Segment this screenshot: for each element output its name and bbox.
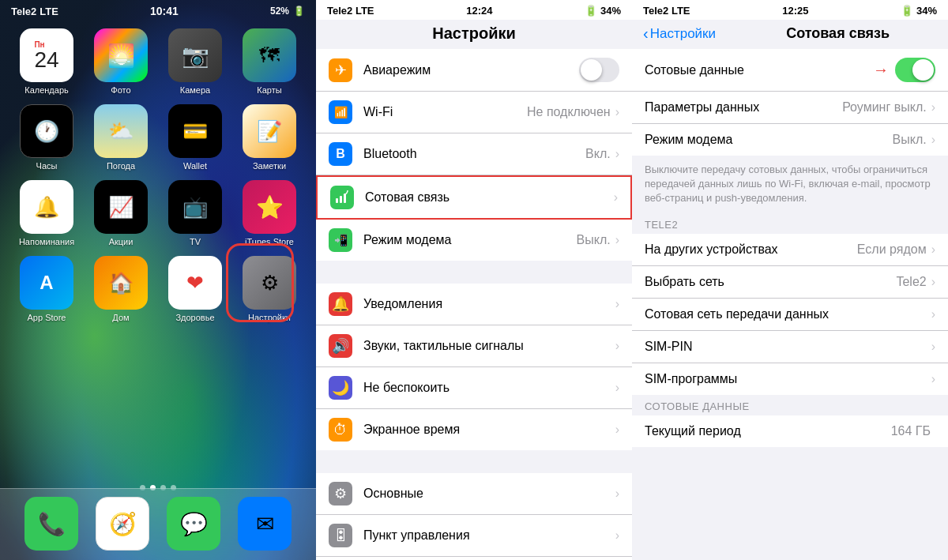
current-period-row[interactable]: Текущий период 164 ГБ <box>632 415 948 447</box>
cellular-label: Сотовая связь <box>365 190 614 205</box>
app-health[interactable]: ❤ Здоровье <box>163 256 228 322</box>
network-type: LTE <box>40 6 58 17</box>
bt-value: Вкл. <box>585 147 611 161</box>
settings-row-dnd[interactable]: 🌙 Не беспокоить › <box>316 367 632 409</box>
app-weather[interactable]: ⛅ Погода <box>88 104 153 171</box>
settings-group-2: 🔔 Уведомления › 🔊 Звуки, тактильные сигн… <box>316 284 632 450</box>
app-wallet[interactable]: 💳 Wallet <box>163 104 228 171</box>
dnd-chevron: › <box>615 381 619 395</box>
settings-row-cellular[interactable]: Сотовая связь › <box>316 175 632 220</box>
airplane-icon: ✈ <box>329 58 352 82</box>
settings-row-wifi[interactable]: 📶 Wi-Fi Не подключен › <box>316 92 632 133</box>
app-reminders[interactable]: 🔔 Напоминания <box>14 180 79 246</box>
choose-network-row[interactable]: Выбрать сеть Tele2 › <box>632 266 948 299</box>
choose-network-value: Tele2 <box>896 275 926 289</box>
status-carrier: Tele2 LTE <box>11 6 58 17</box>
hotspot-chevron: › <box>615 233 619 247</box>
settings-battery: 🔋 34% <box>585 5 621 17</box>
current-period-value: 164 ГБ <box>891 424 931 438</box>
app-calendar[interactable]: Пн 24 Календарь <box>14 28 79 95</box>
bt-chevron: › <box>615 147 619 161</box>
dock-phone[interactable]: 📞 <box>24 497 78 551</box>
cellular-battery-status: 🔋 34% <box>901 5 937 17</box>
app-appstore[interactable]: A App Store <box>14 256 79 322</box>
app-stocks[interactable]: 📈 Акции <box>88 180 153 246</box>
back-button[interactable]: ‹ Настройки <box>643 24 716 43</box>
data-options-row[interactable]: Параметры данных Роуминг выкл. › <box>632 92 948 124</box>
sim-apps-row[interactable]: SIM-программы › <box>632 363 948 395</box>
cellular-network-row[interactable]: Сотовая сеть передачи данных › <box>632 299 948 331</box>
control-chevron: › <box>615 528 619 543</box>
settings-row-display[interactable]: Aa Экран и яркость › <box>316 557 632 560</box>
notif-label: Уведомления <box>363 297 615 311</box>
app-label-settings: Настройки <box>248 313 291 322</box>
wifi-label: Wi-Fi <box>363 105 527 119</box>
app-notes[interactable]: 📝 Заметки <box>237 104 302 171</box>
home-screen: Tele2 LTE 10:41 52% 🔋 Пн 24 Календарь 🌅 … <box>0 0 316 560</box>
app-clock[interactable]: 🕐 Часы <box>14 104 79 171</box>
sim-apps-chevron: › <box>931 372 935 386</box>
app-settings[interactable]: ⚙ Настройки <box>237 256 302 322</box>
settings-row-airplane[interactable]: ✈ Авиарежим <box>316 49 632 92</box>
app-label-camera: Камера <box>180 85 210 95</box>
app-label-health: Здоровье <box>175 313 214 322</box>
status-bar-home: Tele2 LTE 10:41 52% 🔋 <box>0 0 316 21</box>
red-arrow-icon: → <box>873 61 889 79</box>
app-label-wallet: Wallet <box>183 161 207 171</box>
settings-row-bluetooth[interactable]: B Bluetooth Вкл. › <box>316 133 632 175</box>
bt-icon: B <box>329 142 352 166</box>
dock-mail[interactable]: ✉ <box>238 497 292 551</box>
airplane-toggle[interactable] <box>579 58 619 82</box>
sim-pin-chevron: › <box>931 340 935 354</box>
other-devices-row[interactable]: На других устройствах Если рядом › <box>632 234 948 266</box>
app-label-clock: Часы <box>36 161 58 171</box>
cellular-chevron: › <box>614 190 618 205</box>
settings-row-hotspot[interactable]: 📲 Режим модема Выкл. › <box>316 220 632 261</box>
cellular-time-status: 12:25 <box>782 5 808 17</box>
cellular-data-toggle[interactable] <box>895 58 935 82</box>
app-maps[interactable]: 🗺 Карты <box>237 28 302 95</box>
sim-pin-row[interactable]: SIM-PIN › <box>632 331 948 363</box>
control-label: Пункт управления <box>363 528 615 543</box>
hotspot-mode-row[interactable]: Режим модема Выкл. › <box>632 124 948 156</box>
sounds-label: Звуки, тактильные сигналы <box>363 339 615 353</box>
settings-list: ✈ Авиарежим 📶 Wi-Fi Не подключен › B Blu… <box>316 49 632 560</box>
data-section: Текущий период 164 ГБ <box>632 415 948 447</box>
hotspot-value: Выкл. <box>577 233 611 247</box>
app-label-home: Дом <box>112 313 129 322</box>
app-tv[interactable]: 📺 TV <box>163 180 228 246</box>
cellular-data-row[interactable]: Сотовые данные → <box>632 49 948 92</box>
other-devices-chevron: › <box>931 242 935 257</box>
settings-row-control[interactable]: 🎛 Пункт управления › <box>316 515 632 557</box>
screentime-icon: ⏱ <box>329 418 352 442</box>
settings-row-screentime[interactable]: ⏱ Экранное время › <box>316 409 632 450</box>
settings-row-notifications[interactable]: 🔔 Уведомления › <box>316 284 632 325</box>
app-home[interactable]: 🏠 Дом <box>88 256 153 322</box>
settings-row-general[interactable]: ⚙ Основные › <box>316 473 632 515</box>
current-period-label: Текущий период <box>645 424 891 438</box>
app-photos[interactable]: 🌅 Фото <box>88 28 153 95</box>
general-icon: ⚙ <box>329 482 352 506</box>
data-options-value: Роуминг выкл. <box>842 100 927 115</box>
settings-title: Настройки <box>316 20 632 49</box>
control-icon: 🎛 <box>329 524 352 547</box>
hotspot-mode-value: Выкл. <box>893 133 927 147</box>
calendar-num: 24 <box>34 49 58 71</box>
status-time: 10:41 <box>150 5 179 17</box>
screentime-chevron: › <box>615 423 619 437</box>
wifi-chevron: › <box>615 105 619 119</box>
cellular-icon <box>330 186 354 209</box>
cellular-network-label: Сотовая сеть передачи данных <box>645 307 931 321</box>
dock-safari[interactable]: 🧭 <box>96 497 149 551</box>
settings-divider-1 <box>316 261 632 284</box>
app-camera[interactable]: 📷 Камера <box>163 28 228 95</box>
general-label: Основные <box>363 487 615 501</box>
bt-label: Bluetooth <box>363 147 585 161</box>
cellular-network-chevron: › <box>931 307 935 321</box>
app-label-calendar: Календарь <box>24 85 69 95</box>
hotspot-mode-label: Режим модема <box>645 133 893 147</box>
app-itunes[interactable]: ⭐ iTunes Store <box>237 180 302 246</box>
settings-row-sounds[interactable]: 🔊 Звуки, тактильные сигналы › <box>316 325 632 367</box>
dock-messages[interactable]: 💬 <box>167 497 220 551</box>
choose-network-label: Выбрать сеть <box>645 275 896 289</box>
